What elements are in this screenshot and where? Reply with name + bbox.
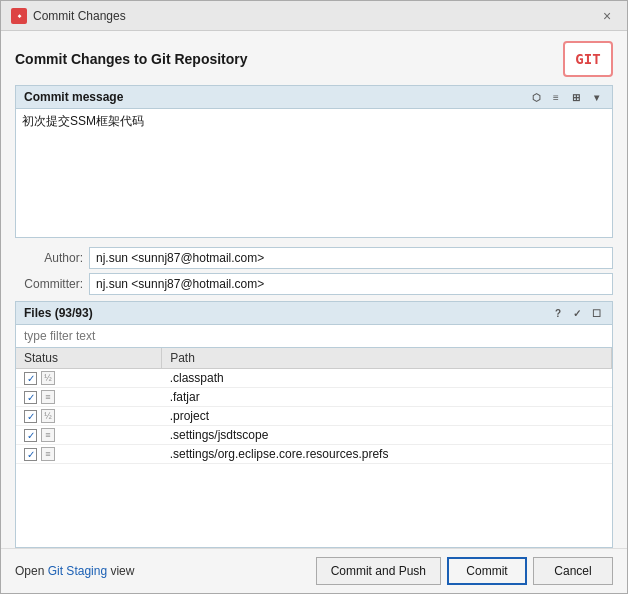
files-filter[interactable] [15, 324, 613, 347]
commit-message-icons: ⬡ ≡ ⊞ ▾ [528, 89, 604, 105]
after-text: view [107, 564, 134, 578]
table-row: ≡ .fatjar [16, 388, 612, 407]
table-row: ½ .classpath [16, 369, 612, 388]
file-status-icon: ≡ [41, 428, 55, 442]
title-bar-left: ⬥ Commit Changes [11, 8, 126, 24]
dialog-title: Commit Changes to Git Repository [15, 51, 248, 67]
title-bar: ⬥ Commit Changes × [1, 1, 627, 31]
commit-button[interactable]: Commit [447, 557, 527, 585]
file-checkbox[interactable] [24, 391, 37, 404]
file-checkbox[interactable] [24, 429, 37, 442]
file-path: .settings/org.eclipse.core.resources.pre… [162, 445, 612, 464]
file-status-icon: ½ [41, 371, 55, 385]
footer: Open Git Staging view Commit and Push Co… [1, 548, 627, 593]
file-path: .project [162, 407, 612, 426]
open-text: Open [15, 564, 48, 578]
files-label-icons: ? ✓ ☐ [550, 305, 604, 321]
files-help-icon[interactable]: ? [550, 305, 566, 321]
git-logo: GIT [563, 41, 613, 77]
commit-message-section: Commit message ⬡ ≡ ⊞ ▾ [1, 85, 627, 241]
committer-label: Committer: [15, 277, 83, 291]
file-path: .settings/jsdtscope [162, 426, 612, 445]
file-status-icon: ≡ [41, 447, 55, 461]
author-row: Author: [15, 247, 613, 269]
commit-and-push-button[interactable]: Commit and Push [316, 557, 441, 585]
grid-icon[interactable]: ⊞ [568, 89, 584, 105]
file-path: .classpath [162, 369, 612, 388]
files-section: Files (93/93) ? ✓ ☐ Status Path [1, 301, 627, 548]
status-cell: ≡ [24, 428, 84, 442]
title-bar-text: Commit Changes [33, 9, 126, 23]
format-icon[interactable]: ⬡ [528, 89, 544, 105]
committer-input[interactable] [89, 273, 613, 295]
col-path: Path [162, 348, 612, 369]
file-status-icon: ½ [41, 409, 55, 423]
dropdown-icon[interactable]: ▾ [588, 89, 604, 105]
files-table: Status Path ½ .classpath ≡ [16, 348, 612, 464]
commit-message-label: Commit message ⬡ ≡ ⊞ ▾ [15, 85, 613, 108]
files-check-icon[interactable]: ✓ [569, 305, 585, 321]
files-uncheck-icon[interactable]: ☐ [588, 305, 604, 321]
table-row: ≡ .settings/org.eclipse.core.resources.p… [16, 445, 612, 464]
status-cell: ≡ [24, 447, 84, 461]
commit-message-input[interactable] [15, 108, 613, 238]
author-label: Author: [15, 251, 83, 265]
files-table-container[interactable]: Status Path ½ .classpath ≡ [15, 347, 613, 548]
dialog-header: Commit Changes to Git Repository GIT [1, 31, 627, 85]
author-section: Author: Committer: [1, 241, 627, 301]
filter-input[interactable] [16, 325, 612, 347]
file-checkbox[interactable] [24, 448, 37, 461]
files-label: Files (93/93) ? ✓ ☐ [15, 301, 613, 324]
list-icon[interactable]: ≡ [548, 89, 564, 105]
status-cell: ½ [24, 371, 84, 385]
committer-row: Committer: [15, 273, 613, 295]
cancel-button[interactable]: Cancel [533, 557, 613, 585]
col-status: Status [16, 348, 162, 369]
author-input[interactable] [89, 247, 613, 269]
footer-left: Open Git Staging view [15, 564, 134, 578]
file-checkbox[interactable] [24, 410, 37, 423]
commit-dialog: ⬥ Commit Changes × Commit Changes to Git… [0, 0, 628, 594]
table-row: ≡ .settings/jsdtscope [16, 426, 612, 445]
status-cell: ≡ [24, 390, 84, 404]
file-path: .fatjar [162, 388, 612, 407]
close-button[interactable]: × [597, 6, 617, 26]
file-status-icon: ≡ [41, 390, 55, 404]
footer-buttons: Commit and Push Commit Cancel [316, 557, 613, 585]
file-checkbox[interactable] [24, 372, 37, 385]
dialog-icon: ⬥ [11, 8, 27, 24]
git-staging-link[interactable]: Git Staging [48, 564, 107, 578]
status-cell: ½ [24, 409, 84, 423]
table-row: ½ .project [16, 407, 612, 426]
table-header-row: Status Path [16, 348, 612, 369]
